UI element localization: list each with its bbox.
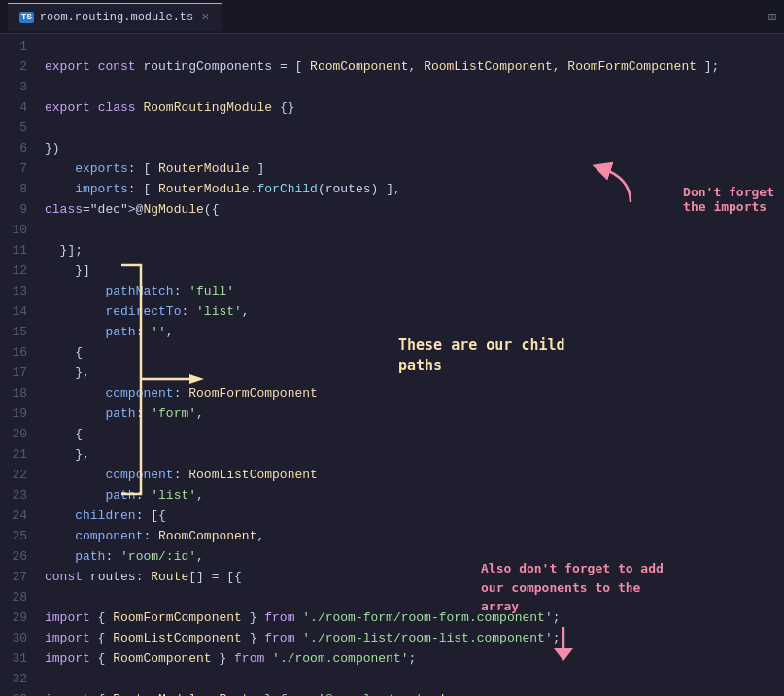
line-number: 16	[8, 342, 27, 363]
line-number: 7	[8, 158, 27, 179]
line-number: 9	[8, 199, 27, 220]
code-line: path: 'form',	[39, 403, 784, 424]
corner-icon: ⊞	[768, 9, 776, 25]
code-line: pathMatch: 'full'	[39, 281, 784, 301]
line-number: 8	[8, 179, 27, 199]
code-line	[39, 36, 784, 56]
line-number: 33	[8, 689, 27, 696]
line-number: 17	[8, 363, 27, 383]
line-number: 31	[8, 648, 27, 669]
code-line: component: RoomListComponent	[39, 465, 784, 485]
line-number: 21	[8, 444, 27, 465]
line-number: 26	[8, 546, 27, 567]
code-line	[39, 669, 784, 689]
tab-filename: room.routing.module.ts	[40, 11, 193, 24]
line-numbers: 1234567891011121314151617181920212223242…	[0, 34, 39, 696]
line-number: 3	[8, 77, 27, 97]
code-line	[39, 220, 784, 240]
code-line: imports: [ RouterModule.forChild(routes)…	[39, 179, 784, 199]
line-number: 22	[8, 465, 27, 485]
code-line: import { RoomComponent } from './room.co…	[39, 648, 784, 669]
code-line: path: 'list',	[39, 485, 784, 505]
code-line: children: [{	[39, 505, 784, 526]
code-line: })	[39, 138, 784, 158]
code-line: import { RoomFormComponent } from './roo…	[39, 608, 784, 628]
code-line	[39, 118, 784, 138]
code-line: component: RoomComponent,	[39, 526, 784, 546]
code-line: },	[39, 444, 784, 465]
code-line: {	[39, 342, 784, 363]
line-number: 28	[8, 587, 27, 608]
line-number: 30	[8, 628, 27, 648]
code-line: component: RoomFormComponent	[39, 383, 784, 403]
tab-close-icon[interactable]: ×	[201, 10, 209, 25]
line-number: 10	[8, 220, 27, 240]
code-line: class="dec">@NgModule({	[39, 199, 784, 220]
line-number: 32	[8, 669, 27, 689]
line-number: 1	[8, 36, 27, 56]
line-number: 27	[8, 567, 27, 587]
code-line: },	[39, 363, 784, 383]
line-number: 18	[8, 383, 27, 403]
line-number: 4	[8, 97, 27, 118]
code-line: export class RoomRoutingModule {}	[39, 97, 784, 118]
code-line	[39, 77, 784, 97]
line-number: 12	[8, 261, 27, 281]
code-line: }]	[39, 261, 784, 281]
editor: 1234567891011121314151617181920212223242…	[0, 34, 784, 696]
code-line: path: '',	[39, 322, 784, 342]
code-line: {	[39, 424, 784, 444]
code-line	[39, 587, 784, 608]
code-line: import { RoomListComponent } from './roo…	[39, 628, 784, 648]
line-number: 19	[8, 403, 27, 424]
line-number: 23	[8, 485, 27, 505]
code-line: exports: [ RouterModule ]	[39, 158, 784, 179]
line-number: 13	[8, 281, 27, 301]
line-number: 29	[8, 608, 27, 628]
ts-icon: TS	[19, 12, 34, 23]
code-line: export const routingComponents = [ RoomC…	[39, 56, 784, 77]
line-number: 24	[8, 505, 27, 526]
line-number: 14	[8, 301, 27, 322]
line-number: 20	[8, 424, 27, 444]
code-line: redirectTo: 'list',	[39, 301, 784, 322]
code-line: path: 'room/:id',	[39, 546, 784, 567]
line-number: 5	[8, 118, 27, 138]
line-number: 25	[8, 526, 27, 546]
code-area[interactable]: export const routingComponents = [ RoomC…	[39, 34, 784, 696]
code-line: import { RouterModule, Route } from '@an…	[39, 689, 784, 696]
line-number: 15	[8, 322, 27, 342]
line-number: 2	[8, 56, 27, 77]
code-line: const routes: Route[] = [{	[39, 567, 784, 587]
line-number: 6	[8, 138, 27, 158]
line-number: 11	[8, 240, 27, 261]
title-bar: TS room.routing.module.ts × ⊞	[0, 0, 784, 34]
code-line: }];	[39, 240, 784, 261]
tab[interactable]: TS room.routing.module.ts ×	[8, 3, 222, 31]
